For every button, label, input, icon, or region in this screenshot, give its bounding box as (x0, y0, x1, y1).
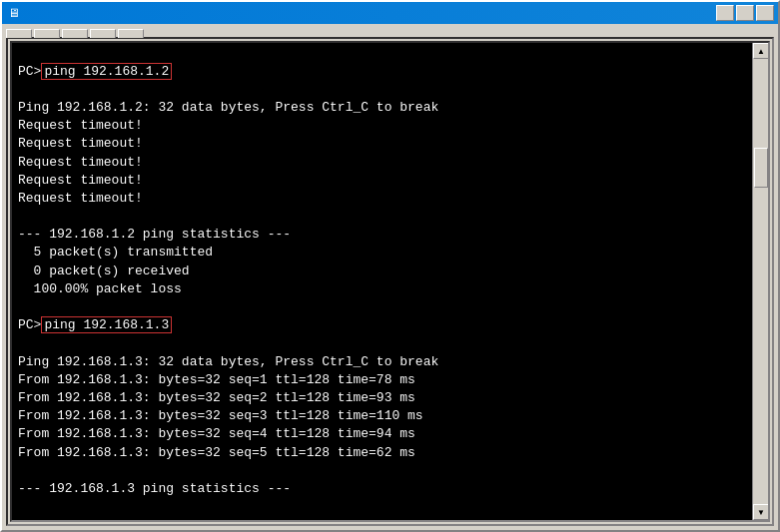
terminal[interactable]: 5 packet(s) receive 100.00% packet loss … (12, 43, 768, 520)
terminal-line: From 192.168.1.3: bytes=32 seq=5 ttl=128… (18, 445, 415, 460)
terminal-line: 0 packet(s) received (18, 264, 190, 278)
terminal-line: --- 192.168.1.2 ping statistics --- (18, 227, 291, 242)
terminal-line: Request timeout! (18, 191, 143, 206)
tab-basic[interactable] (6, 29, 32, 38)
terminal-line: From 192.168.1.3: bytes=32 seq=4 ttl=128… (18, 426, 415, 441)
close-button[interactable] (756, 5, 774, 21)
title-buttons (716, 5, 774, 21)
tab-serial[interactable] (118, 29, 144, 38)
window-icon: 🖥 (6, 5, 22, 21)
tab-udp[interactable] (90, 29, 116, 38)
minimize-button[interactable] (716, 5, 734, 21)
terminal-line: 100.00% packet loss (18, 281, 182, 296)
terminal-line: --- 192.168.1.3 ping statistics --- (18, 481, 291, 496)
terminal-line: Ping 192.168.1.3: 32 data bytes, Press C… (18, 354, 438, 369)
scrollbar[interactable]: ▲ ▼ (752, 43, 768, 520)
maximize-button[interactable] (736, 5, 754, 21)
terminal-line: Request timeout! (18, 155, 143, 170)
terminal-line: PC>ping 192.168.1.2 (18, 63, 172, 80)
main-window: 🖥 5 packet(s) receive 100.00% packet los… (0, 0, 780, 532)
tab-cmd[interactable] (34, 29, 60, 38)
command-highlight: ping 192.168.1.2 (41, 63, 172, 80)
terminal-line: PC>ping 192.168.1.3 (18, 316, 172, 333)
title-bar: 🖥 (2, 2, 778, 24)
terminal-line: Request timeout! (18, 173, 143, 188)
tab-bar (2, 24, 778, 37)
terminal-line: Ping 192.168.1.2: 32 data bytes, Press C… (18, 100, 438, 115)
terminal-line: From 192.168.1.3: bytes=32 seq=1 ttl=128… (18, 372, 415, 387)
tab-content: 5 packet(s) receive 100.00% packet loss … (6, 37, 774, 526)
terminal-line: 5 packet(s) transmitted (18, 245, 213, 260)
terminal-line: From 192.168.1.3: bytes=32 seq=2 ttl=128… (18, 390, 415, 405)
scroll-up-button[interactable]: ▲ (753, 43, 769, 59)
scrollbar-thumb-area (753, 59, 768, 504)
tab-group[interactable] (62, 29, 88, 38)
title-bar-left: 🖥 (6, 5, 26, 21)
terminal-line: From 192.168.1.3: bytes=32 seq=3 ttl=128… (18, 408, 423, 423)
scrollbar-thumb[interactable] (754, 148, 768, 188)
terminal-wrapper: 5 packet(s) receive 100.00% packet loss … (10, 41, 770, 522)
terminal-line: Request timeout! (18, 136, 143, 151)
terminal-line: Request timeout! (18, 118, 143, 133)
command-highlight: ping 192.168.1.3 (41, 316, 172, 333)
terminal-line (18, 499, 34, 514)
scroll-down-button[interactable]: ▼ (753, 504, 769, 520)
